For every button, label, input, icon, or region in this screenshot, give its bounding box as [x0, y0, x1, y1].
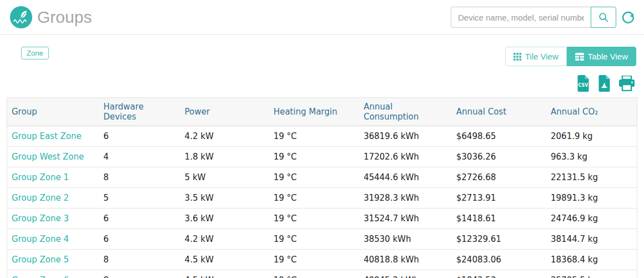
heating-margin-cell: 19 °C	[269, 126, 359, 147]
column-header-annual-cost: Annual Cost	[452, 98, 546, 126]
group-link[interactable]: Group Zone 5	[12, 255, 69, 265]
annual-co2-cell: 19891.3 kg	[546, 188, 637, 209]
power-cell: 3.5 kW	[180, 188, 269, 209]
heating-margin-cell: 19 °C	[269, 270, 359, 278]
table-row: Group Zone 4 6 4.2 kW 19 °C 38530 kWh $1…	[7, 229, 637, 250]
table-row: Group Zone 1 8 5 kW 19 °C 45444.6 kWh $2…	[7, 167, 637, 188]
annual-co2-cell: 963.3 kg	[546, 147, 637, 167]
annual-co2-cell: 24746.9 kg	[546, 209, 637, 229]
export-pdf-button[interactable]	[597, 75, 611, 92]
toolbar: Zone Tile View	[0, 35, 644, 66]
table-row: Group Zone 3 6 3.6 kW 19 °C 31524.7 kWh …	[7, 209, 637, 229]
annual-co2-cell: 38144.7 kg	[546, 229, 637, 250]
group-link[interactable]: Group East Zone	[12, 131, 82, 141]
power-cell: 4.5 kW	[180, 250, 269, 270]
table-row: Group East Zone 6 4.2 kW 19 °C 36819.6 k…	[7, 126, 637, 147]
refresh-icon	[621, 11, 635, 24]
table-row: Group Zone 2 5 3.5 kW 19 °C 31928.3 kWh …	[7, 188, 637, 209]
hardware-devices-cell: 8	[99, 167, 180, 188]
group-link[interactable]: Group Zone 1	[12, 172, 69, 182]
group-link[interactable]: Group West Zone	[12, 152, 84, 162]
export-toolbar: CSV	[0, 66, 644, 97]
annual-cost-cell: $12329.61	[452, 229, 546, 250]
leaf-wave-logo-icon	[10, 6, 32, 28]
hardware-devices-cell: 8	[99, 270, 180, 278]
annual-cost-cell: $1418.61	[452, 209, 546, 229]
search-icon	[598, 12, 609, 23]
heating-margin-cell: 19 °C	[269, 209, 359, 229]
annual-co2-cell: 22131.5 kg	[546, 167, 637, 188]
table-row: Group West Zone 4 1.8 kW 19 °C 17202.6 k…	[7, 147, 637, 167]
annual-consumption-cell: 17202.6 kWh	[359, 147, 452, 167]
csv-file-icon: CSV	[576, 75, 590, 92]
groups-table: Group Hardware Devices Power Heating Mar…	[7, 97, 637, 278]
annual-co2-cell: 25795.5 kg	[546, 270, 637, 278]
hardware-devices-cell: 6	[99, 229, 180, 250]
search-input[interactable]	[451, 7, 591, 28]
power-cell: 4.2 kW	[180, 229, 269, 250]
search-button[interactable]	[591, 7, 616, 28]
heating-margin-cell: 19 °C	[269, 147, 359, 167]
hardware-devices-cell: 5	[99, 188, 180, 209]
search-group	[451, 7, 635, 28]
annual-consumption-cell: 31524.7 kWh	[359, 209, 452, 229]
power-cell: 4.5 kW	[180, 270, 269, 278]
table-row: Group Zone 6 8 4.5 kW 19 °C 40945.2 kWh …	[7, 270, 637, 278]
column-header-heating-margin: Heating Margin	[269, 98, 359, 126]
annual-consumption-cell: 36819.6 kWh	[359, 126, 452, 147]
hardware-devices-cell: 8	[99, 250, 180, 270]
view-toggle: Tile View Table View	[505, 47, 636, 66]
heating-margin-cell: 19 °C	[269, 250, 359, 270]
power-cell: 5 kW	[180, 167, 269, 188]
annual-cost-cell: $3036.26	[452, 147, 546, 167]
refresh-button[interactable]	[621, 11, 635, 24]
zone-filter-chip[interactable]: Zone	[21, 47, 49, 59]
column-header-hardware-devices: Hardware Devices	[99, 98, 180, 126]
group-link[interactable]: Group Zone 3	[12, 214, 69, 224]
svg-text:CSV: CSV	[578, 83, 589, 88]
annual-consumption-cell: 45444.6 kWh	[359, 167, 452, 188]
heating-margin-cell: 19 °C	[269, 167, 359, 188]
group-link[interactable]: Group Zone 4	[12, 234, 69, 244]
column-header-group: Group	[7, 98, 99, 126]
tile-view-label: Tile View	[525, 52, 559, 61]
hardware-devices-cell: 4	[99, 147, 180, 167]
heating-margin-cell: 19 °C	[269, 229, 359, 250]
hardware-devices-cell: 6	[99, 126, 180, 147]
power-cell: 4.2 kW	[180, 126, 269, 147]
table-icon	[575, 53, 584, 61]
table-view-label: Table View	[588, 52, 628, 61]
group-link[interactable]: Group Zone 2	[12, 193, 69, 203]
pdf-file-icon	[597, 75, 611, 92]
grid-icon	[514, 53, 521, 61]
power-cell: 1.8 kW	[180, 147, 269, 167]
column-header-annual-consumption: Annual Consumption	[359, 98, 452, 126]
annual-consumption-cell: 40818.8 kWh	[359, 250, 452, 270]
export-csv-button[interactable]: CSV	[576, 75, 590, 92]
page-title: Groups	[37, 8, 92, 27]
annual-consumption-cell: 31928.3 kWh	[359, 188, 452, 209]
annual-co2-cell: 18368.4 kg	[546, 250, 637, 270]
group-link[interactable]: Group Zone 6	[12, 275, 69, 278]
annual-cost-cell: $1842.53	[452, 270, 546, 278]
hardware-devices-cell: 6	[99, 209, 180, 229]
annual-cost-cell: $24083.06	[452, 250, 546, 270]
printer-icon	[618, 76, 635, 91]
tile-view-button[interactable]: Tile View	[505, 47, 567, 66]
annual-consumption-cell: 38530 kWh	[359, 229, 452, 250]
top-bar: Groups	[0, 0, 644, 35]
annual-cost-cell: $6498.65	[452, 126, 546, 147]
annual-cost-cell: $2713.91	[452, 188, 546, 209]
table-view-button[interactable]: Table View	[567, 47, 636, 66]
annual-consumption-cell: 40945.2 kWh	[359, 270, 452, 278]
table-row: Group Zone 5 8 4.5 kW 19 °C 40818.8 kWh …	[7, 250, 637, 270]
column-header-power: Power	[180, 98, 269, 126]
column-header-annual-co2: Annual CO₂	[546, 98, 637, 126]
print-button[interactable]	[618, 76, 635, 91]
annual-co2-cell: 2061.9 kg	[546, 126, 637, 147]
annual-cost-cell: $2726.68	[452, 167, 546, 188]
power-cell: 3.6 kW	[180, 209, 269, 229]
table-header-row: Group Hardware Devices Power Heating Mar…	[7, 98, 637, 126]
heating-margin-cell: 19 °C	[269, 188, 359, 209]
